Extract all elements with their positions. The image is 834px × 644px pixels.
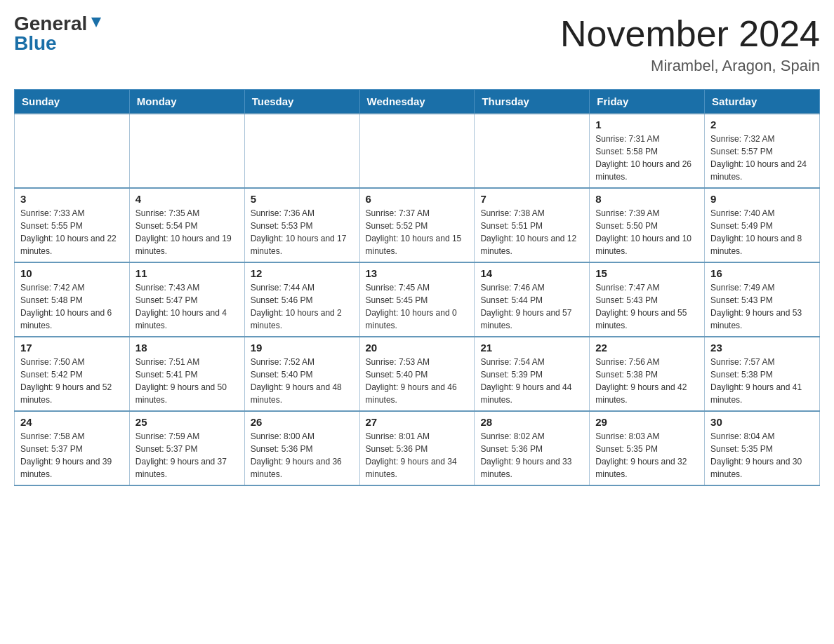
calendar-cell: 6Sunrise: 7:37 AMSunset: 5:52 PMDaylight…	[359, 188, 475, 262]
day-info: Sunrise: 7:44 AMSunset: 5:46 PMDaylight:…	[251, 281, 354, 332]
day-info: Sunrise: 7:52 AMSunset: 5:40 PMDaylight:…	[251, 356, 354, 406]
day-number: 21	[480, 342, 583, 354]
day-number: 1	[595, 119, 699, 130]
calendar-week-5: 24Sunrise: 7:58 AMSunset: 5:37 PMDayligh…	[15, 411, 820, 485]
day-number: 9	[710, 193, 814, 205]
day-info: Sunrise: 7:33 AMSunset: 5:55 PMDaylight:…	[20, 207, 124, 257]
svg-marker-0	[91, 18, 101, 27]
calendar-week-4: 17Sunrise: 7:50 AMSunset: 5:42 PMDayligh…	[15, 337, 820, 411]
day-info: Sunrise: 7:38 AMSunset: 5:51 PMDaylight:…	[480, 207, 583, 257]
day-info: Sunrise: 7:40 AMSunset: 5:49 PMDaylight:…	[710, 207, 814, 257]
calendar-title: November 2024	[560, 14, 820, 54]
day-number: 15	[595, 267, 699, 279]
calendar-cell: 14Sunrise: 7:46 AMSunset: 5:44 PMDayligh…	[475, 262, 590, 337]
day-number: 6	[366, 193, 469, 205]
weekday-header-friday: Friday	[590, 90, 705, 114]
day-number: 13	[366, 267, 469, 279]
calendar-cell: 22Sunrise: 7:56 AMSunset: 5:38 PMDayligh…	[590, 337, 705, 411]
day-number: 28	[480, 416, 583, 428]
day-info: Sunrise: 8:00 AMSunset: 5:36 PMDaylight:…	[251, 430, 354, 481]
calendar-cell: 10Sunrise: 7:42 AMSunset: 5:48 PMDayligh…	[15, 262, 130, 337]
day-number: 17	[20, 342, 124, 354]
day-info: Sunrise: 7:45 AMSunset: 5:45 PMDaylight:…	[366, 281, 469, 332]
day-number: 27	[366, 416, 469, 428]
day-info: Sunrise: 7:50 AMSunset: 5:42 PMDaylight:…	[20, 356, 124, 406]
day-number: 8	[595, 193, 699, 205]
day-number: 4	[135, 193, 239, 205]
calendar-week-1: 1Sunrise: 7:31 AMSunset: 5:58 PMDaylight…	[15, 114, 820, 188]
day-info: Sunrise: 7:37 AMSunset: 5:52 PMDaylight:…	[366, 207, 469, 257]
calendar-body: 1Sunrise: 7:31 AMSunset: 5:58 PMDaylight…	[15, 114, 820, 485]
calendar-cell: 23Sunrise: 7:57 AMSunset: 5:38 PMDayligh…	[705, 337, 820, 411]
day-number: 2	[710, 119, 814, 130]
calendar-cell: 21Sunrise: 7:54 AMSunset: 5:39 PMDayligh…	[475, 337, 590, 411]
calendar-cell: 4Sunrise: 7:35 AMSunset: 5:54 PMDaylight…	[129, 188, 244, 262]
day-number: 26	[251, 416, 354, 428]
calendar-cell: 8Sunrise: 7:39 AMSunset: 5:50 PMDaylight…	[590, 188, 705, 262]
day-number: 24	[20, 416, 124, 428]
day-number: 11	[135, 267, 239, 279]
calendar-cell	[475, 114, 590, 188]
weekday-header-tuesday: Tuesday	[244, 90, 359, 114]
day-number: 19	[251, 342, 354, 354]
calendar-week-3: 10Sunrise: 7:42 AMSunset: 5:48 PMDayligh…	[15, 262, 820, 337]
day-info: Sunrise: 7:36 AMSunset: 5:53 PMDaylight:…	[251, 207, 354, 257]
day-info: Sunrise: 7:46 AMSunset: 5:44 PMDaylight:…	[480, 281, 583, 332]
day-info: Sunrise: 7:47 AMSunset: 5:43 PMDaylight:…	[595, 281, 699, 332]
day-number: 14	[480, 267, 583, 279]
calendar-cell: 25Sunrise: 7:59 AMSunset: 5:37 PMDayligh…	[129, 411, 244, 485]
day-info: Sunrise: 7:39 AMSunset: 5:50 PMDaylight:…	[595, 207, 699, 257]
day-info: Sunrise: 7:42 AMSunset: 5:48 PMDaylight:…	[20, 281, 124, 332]
calendar-table: SundayMondayTuesdayWednesdayThursdayFrid…	[14, 89, 820, 486]
calendar-cell: 5Sunrise: 7:36 AMSunset: 5:53 PMDaylight…	[244, 188, 359, 262]
day-number: 16	[710, 267, 814, 279]
weekday-header-saturday: Saturday	[705, 90, 820, 114]
calendar-cell: 16Sunrise: 7:49 AMSunset: 5:43 PMDayligh…	[705, 262, 820, 337]
day-info: Sunrise: 7:58 AMSunset: 5:37 PMDaylight:…	[20, 430, 124, 481]
calendar-cell: 30Sunrise: 8:04 AMSunset: 5:35 PMDayligh…	[705, 411, 820, 485]
weekday-header-wednesday: Wednesday	[359, 90, 475, 114]
calendar-week-2: 3Sunrise: 7:33 AMSunset: 5:55 PMDaylight…	[15, 188, 820, 262]
calendar-cell: 24Sunrise: 7:58 AMSunset: 5:37 PMDayligh…	[15, 411, 130, 485]
day-number: 3	[20, 193, 124, 205]
calendar-cell: 28Sunrise: 8:02 AMSunset: 5:36 PMDayligh…	[475, 411, 590, 485]
day-number: 18	[135, 342, 239, 354]
day-info: Sunrise: 7:51 AMSunset: 5:41 PMDaylight:…	[135, 356, 239, 406]
day-info: Sunrise: 7:54 AMSunset: 5:39 PMDaylight:…	[480, 356, 583, 406]
calendar-cell	[359, 114, 475, 188]
day-number: 12	[251, 267, 354, 279]
logo-arrow-icon	[88, 15, 104, 30]
calendar-cell: 29Sunrise: 8:03 AMSunset: 5:35 PMDayligh…	[590, 411, 705, 485]
calendar-cell: 18Sunrise: 7:51 AMSunset: 5:41 PMDayligh…	[129, 337, 244, 411]
calendar-cell: 7Sunrise: 7:38 AMSunset: 5:51 PMDaylight…	[475, 188, 590, 262]
weekday-header-thursday: Thursday	[475, 90, 590, 114]
day-info: Sunrise: 7:32 AMSunset: 5:57 PMDaylight:…	[710, 133, 814, 183]
day-info: Sunrise: 7:56 AMSunset: 5:38 PMDaylight:…	[595, 356, 699, 406]
logo-general-text: General	[14, 14, 104, 34]
calendar-cell: 3Sunrise: 7:33 AMSunset: 5:55 PMDaylight…	[15, 188, 130, 262]
weekday-header-sunday: Sunday	[15, 90, 130, 114]
calendar-cell: 15Sunrise: 7:47 AMSunset: 5:43 PMDayligh…	[590, 262, 705, 337]
calendar-location: Mirambel, Aragon, Spain	[560, 57, 820, 75]
logo: General Blue	[14, 14, 104, 53]
day-number: 22	[595, 342, 699, 354]
calendar-cell: 12Sunrise: 7:44 AMSunset: 5:46 PMDayligh…	[244, 262, 359, 337]
calendar-cell	[15, 114, 130, 188]
day-info: Sunrise: 7:31 AMSunset: 5:58 PMDaylight:…	[595, 133, 699, 183]
logo-blue-text: Blue	[14, 34, 104, 53]
day-number: 25	[135, 416, 239, 428]
day-number: 5	[251, 193, 354, 205]
calendar-cell: 27Sunrise: 8:01 AMSunset: 5:36 PMDayligh…	[359, 411, 475, 485]
calendar-cell: 11Sunrise: 7:43 AMSunset: 5:47 PMDayligh…	[129, 262, 244, 337]
calendar-cell: 9Sunrise: 7:40 AMSunset: 5:49 PMDaylight…	[705, 188, 820, 262]
weekday-header-monday: Monday	[129, 90, 244, 114]
calendar-cell: 13Sunrise: 7:45 AMSunset: 5:45 PMDayligh…	[359, 262, 475, 337]
day-number: 20	[366, 342, 469, 354]
day-number: 23	[710, 342, 814, 354]
page-header: General Blue November 2024 Mirambel, Ara…	[14, 14, 820, 75]
calendar-header-row: SundayMondayTuesdayWednesdayThursdayFrid…	[15, 90, 820, 114]
title-block: November 2024 Mirambel, Aragon, Spain	[560, 14, 820, 75]
day-info: Sunrise: 8:04 AMSunset: 5:35 PMDaylight:…	[710, 430, 814, 481]
day-info: Sunrise: 7:43 AMSunset: 5:47 PMDaylight:…	[135, 281, 239, 332]
day-info: Sunrise: 8:02 AMSunset: 5:36 PMDaylight:…	[480, 430, 583, 481]
